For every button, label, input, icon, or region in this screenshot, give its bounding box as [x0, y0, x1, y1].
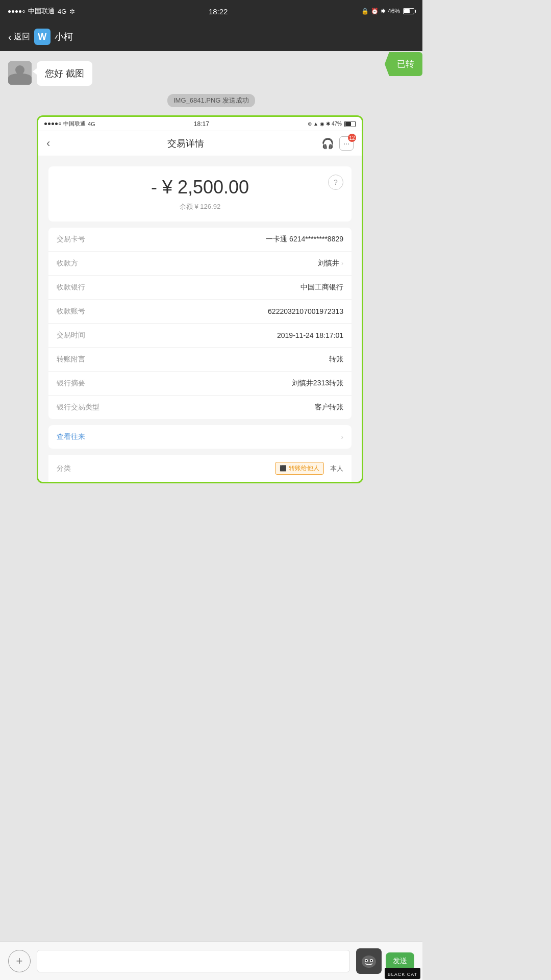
transaction-amount: - ¥ 2,500.00	[59, 177, 341, 198]
row-arrow-icon: ›	[341, 260, 343, 267]
inner-signal-icon	[44, 122, 61, 125]
inner-status-bar: 中国联通 4G 18:17 ⊕ ▲ ◉ ✱ 47%	[38, 117, 362, 131]
voice-send-button[interactable]: 发送	[386, 952, 414, 970]
row-value-7: 客户转账	[105, 403, 343, 412]
status-left: 中国联通 4G ✲	[8, 7, 75, 16]
row-label-4: 交易时间	[57, 331, 85, 340]
screenshot-card: 中国联通 4G 18:17 ⊕ ▲ ◉ ✱ 47% ‹ 交易详情 🎧	[37, 115, 363, 483]
payee-name: 刘慎井	[318, 259, 339, 268]
row-label-5: 转账附言	[57, 355, 85, 364]
back-button[interactable]: ‹ 返回	[8, 31, 30, 43]
inner-back-icon: ‹	[46, 137, 50, 150]
category-label: 分类	[57, 464, 71, 473]
inner-location-icon: ▲	[313, 121, 318, 127]
inner-status-right: ⊕ ▲ ◉ ✱ 47%	[308, 121, 356, 127]
lock-icon: 🔒	[361, 8, 369, 15]
wifi-icon: ✲	[69, 8, 75, 15]
category-self: 本人	[330, 464, 343, 473]
row-value-0: 一卡通 6214********8829	[90, 235, 343, 244]
row-value-6: 刘慎井2313转账	[90, 379, 343, 388]
back-label: 返回	[14, 32, 30, 42]
inner-alarm-icon: ◉	[320, 121, 324, 127]
row-label-0: 交易卡号	[57, 235, 85, 244]
row-label-2: 收款银行	[57, 283, 85, 292]
system-text: IMG_6841.PNG 发送成功	[167, 94, 255, 107]
battery-percent: 46%	[388, 8, 400, 15]
inner-battery-icon	[344, 121, 356, 127]
voice-send-label: 发送	[393, 957, 407, 965]
row-value-4: 2019-11-24 18:17:01	[90, 331, 343, 339]
black-cat-logo	[356, 948, 382, 974]
help-icon: ?	[328, 175, 343, 190]
inner-battery-percent: 47%	[332, 121, 342, 127]
time-display: 18:22	[209, 7, 228, 16]
detail-section: 交易卡号 一卡通 6214********8829 收款方 刘慎井 › 收款银行…	[48, 228, 352, 419]
detail-row: 收款银行 中国工商银行	[48, 276, 352, 300]
carrier-label: 中国联通	[28, 7, 55, 16]
system-message: IMG_6841.PNG 发送成功	[8, 94, 414, 107]
plus-icon: +	[16, 954, 23, 968]
transferred-label: 已转	[385, 52, 422, 76]
contact-avatar: W	[34, 29, 51, 45]
incoming-message: 您好 截图	[8, 61, 414, 86]
inner-nav: ‹ 交易详情 🎧 ··· 12	[38, 131, 362, 156]
inner-bluetooth-icon: ✱	[326, 121, 330, 127]
row-value-5: 转账	[90, 355, 343, 364]
category-options: ⬛ 转账给他人 本人	[275, 462, 343, 475]
category-tag-icon: ⬛	[280, 465, 287, 472]
cat-face-svg	[356, 948, 382, 974]
message-text: 您好 截图	[45, 68, 84, 79]
view-history-row[interactable]: 查看往来 ›	[48, 425, 352, 449]
status-right: 🔒 ⏰ ✱ 46%	[361, 8, 414, 15]
signal-icon	[8, 10, 25, 13]
transaction-content: ? - ¥ 2,500.00 余额 ¥ 126.92 交易卡号 一卡通 6214…	[38, 156, 362, 482]
bluetooth-icon: ✱	[381, 8, 386, 15]
category-row: 分类 ⬛ 转账给他人 本人	[48, 455, 352, 482]
detail-row: 银行摘要 刘慎井2313转账	[48, 372, 352, 396]
svg-point-4	[366, 960, 367, 961]
row-value-1: 刘慎井 ›	[83, 259, 343, 268]
headphone-icon: 🎧	[321, 137, 334, 150]
inner-carrier: 中国联通	[63, 120, 86, 128]
detail-row: 收款方 刘慎井 ›	[48, 252, 352, 276]
detail-row: 交易卡号 一卡通 6214********8829	[48, 228, 352, 252]
category-tag[interactable]: ⬛ 转账给他人	[275, 462, 324, 475]
detail-row: 银行交易类型 客户转账	[48, 396, 352, 419]
inner-nav-title: 交易详情	[167, 137, 204, 150]
row-value-2: 中国工商银行	[90, 283, 343, 292]
nav-bar: ‹ 返回 W 小柯	[0, 22, 422, 51]
view-history-link[interactable]: 查看往来	[57, 432, 85, 442]
view-history-arrow-icon: ›	[341, 433, 343, 441]
bottom-bar: + 发送 BLACK CAT	[0, 941, 422, 980]
message-input[interactable]	[37, 950, 350, 972]
row-label-1: 收款方	[57, 259, 78, 268]
detail-row: 转账附言 转账	[48, 348, 352, 372]
network-label: 4G	[58, 8, 66, 15]
black-cat-label: BLACK CAT	[388, 972, 417, 977]
svg-point-5	[371, 960, 372, 961]
category-tag-label: 转账给他人	[289, 464, 319, 473]
alarm-icon: ⏰	[371, 8, 379, 15]
back-arrow-icon: ‹	[8, 31, 12, 43]
inner-lock-icon: ⊕	[308, 121, 312, 127]
svg-point-1	[362, 955, 376, 968]
inner-nav-icons: 🎧 ··· 12	[321, 136, 354, 151]
inner-status-left: 中国联通 4G	[44, 120, 95, 128]
detail-row: 交易时间 2019-11-24 18:17:01	[48, 324, 352, 348]
transferred-badge: 已转	[385, 52, 422, 76]
more-dots: ···	[343, 139, 349, 148]
weixin-logo: W	[38, 32, 46, 42]
contact-name: 小柯	[55, 31, 73, 43]
row-value-3: 6222032107001972313	[90, 307, 343, 315]
plus-button[interactable]: +	[8, 950, 31, 972]
black-cat-brand: BLACK CAT	[385, 968, 420, 979]
balance-label: 余额 ¥ 126.92	[59, 202, 341, 211]
amount-area: ? - ¥ 2,500.00 余额 ¥ 126.92	[48, 166, 352, 222]
detail-row: 收款账号 6222032107001972313	[48, 300, 352, 324]
chat-area: 您好 截图 IMG_6841.PNG 发送成功 中国联通 4G 18:17	[0, 51, 422, 483]
status-bar: 中国联通 4G ✲ 18:22 🔒 ⏰ ✱ 46%	[0, 0, 422, 22]
row-label-6: 银行摘要	[57, 379, 85, 388]
message-bubble: 您好 截图	[37, 61, 92, 86]
notification-badge: 12	[348, 134, 356, 142]
more-icon: ··· 12	[339, 136, 354, 151]
